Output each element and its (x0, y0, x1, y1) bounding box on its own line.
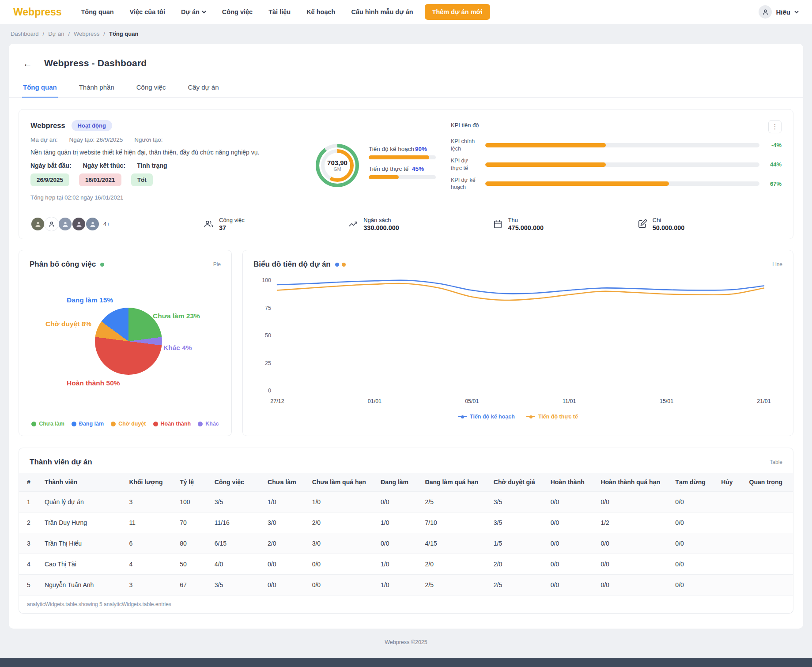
table-header-cell: Tạm dừng (671, 473, 717, 492)
pie-label-hoan-thanh: Hoàn thành 50% (67, 379, 120, 387)
table-header-cell: # (19, 473, 40, 492)
kpi-label-1: KPI chính lệch (451, 138, 480, 153)
progress-plan-value: 90% (415, 146, 427, 152)
table-footer-note: analyticWidgets.table.showing 5 analytic… (19, 595, 793, 613)
end-date-pill: 16/01/2021 (79, 173, 121, 186)
green-dot-icon (100, 263, 104, 267)
stat-thu: Thu475.000.000 (493, 217, 637, 231)
line-series (277, 280, 764, 294)
project-name: Webpress (30, 121, 65, 130)
y-axis-tick: 50 (265, 332, 271, 339)
gauge-unit: GM (334, 166, 341, 172)
project-stats-row: 4+ Công việc37 Ngân sách330.000.000 Thu4… (19, 209, 793, 239)
project-code-label: Mã dự án: (30, 136, 58, 143)
y-axis-tick: 75 (265, 305, 271, 311)
table-row[interactable]: 4Cao Thị Tài4504/00/00/01/02/02/00/00/00… (19, 554, 793, 575)
x-axis-tick: 11/01 (563, 398, 576, 404)
users-icon (204, 219, 214, 229)
member-avatar[interactable] (30, 217, 45, 231)
pie-chart-card: Phân bố công việc Pie Chưa làm 23% Khác … (19, 250, 232, 436)
y-axis-tick: 25 (265, 360, 271, 366)
table-row[interactable]: 5Nguyễn Tuấn Anh3673/50/00/01/02/52/50/0… (19, 575, 793, 595)
y-axis-tick: 100 (262, 277, 271, 283)
pie-legend-item: Chờ duyệt (111, 421, 146, 427)
table-header-cell: Quan trọng (745, 473, 793, 492)
nav-ke-hoach[interactable]: Kế hoạch (306, 8, 335, 15)
breadcrumb-webpress[interactable]: Webpress (74, 30, 99, 37)
legend-dot-icon (31, 422, 36, 426)
members-table-card: Thành viên dự án Table #Thành viênKhối l… (19, 448, 793, 614)
progress-actual-value: 45% (412, 166, 424, 172)
kpi-value-3: 67% (765, 181, 782, 187)
pie-tag: Pie (213, 261, 221, 268)
end-date-label: Ngày kết thúc: (83, 162, 125, 169)
nav-tai-lieu[interactable]: Tài liệu (268, 8, 291, 15)
pie-label-dang-lam: Đang làm 15% (67, 296, 113, 304)
nav-cong-viec[interactable]: Công việc (222, 8, 253, 15)
legend-dot-icon (153, 422, 158, 426)
progress-actual-label: Tiến độ thực tế (369, 166, 408, 172)
tab-cong-viec[interactable]: Công việc (136, 78, 167, 97)
table-row[interactable]: 2Trần Duy Hưng117011/163/02/01/07/103/50… (19, 512, 793, 533)
start-date-label: Ngày bắt đầu: (30, 162, 72, 169)
condition-label: Tình trạng (137, 162, 167, 169)
table-header-cell: Công việc (210, 473, 263, 492)
nav-tong-quan[interactable]: Tổng quan (81, 8, 114, 15)
table-header-cell: Thành viên (40, 473, 125, 492)
status-badge: Hoạt động (72, 120, 112, 131)
x-axis-tick: 21/01 (757, 398, 770, 404)
page-footer: Webpress ©2025 (0, 629, 812, 654)
add-project-button[interactable]: Thêm dự án mới (425, 4, 490, 20)
orange-dot-icon (342, 263, 346, 267)
project-description: Nền tảng quản trị website thiết kế hiện … (30, 149, 304, 156)
breadcrumb-dashboard[interactable]: Dashboard (11, 30, 39, 37)
back-arrow-icon[interactable]: ← (23, 59, 32, 68)
tab-bar: Tổng quan Thành phần Công việc Cây dự án (9, 78, 803, 98)
x-axis-tick: 15/01 (660, 398, 673, 404)
line-legend-item[interactable]: Tiến độ thực tế (526, 414, 578, 420)
stat-cong-viec: Công việc37 (204, 217, 348, 231)
project-creator-label: Người tạo: (134, 136, 162, 143)
nav-cau-hinh-mau-du-an[interactable]: Cấu hình mẫu dự án (351, 8, 413, 15)
nav-viec-cua-toi[interactable]: Việc của tôi (130, 8, 165, 15)
tab-cay-du-an[interactable]: Cây dự án (187, 78, 219, 97)
member-avatar[interactable] (85, 217, 100, 231)
table-header-cell: Đang làm (376, 473, 421, 492)
tab-thanh-phan[interactable]: Thành phần (78, 78, 115, 97)
table-row[interactable]: 3Trần Thị Hiếu6806/152/03/00/04/151/50/0… (19, 533, 793, 554)
main-nav: Tổng quan Việc của tôi Dự án Công việc T… (81, 8, 413, 15)
pie-chart-title: Phân bố công việc (30, 260, 104, 269)
progress-donut-chart: 703,90 GM (316, 144, 359, 187)
member-avatar[interactable] (58, 217, 72, 231)
bottom-bar (0, 658, 812, 667)
app-logo[interactable]: Webpress (13, 6, 62, 18)
kpi-label-2: KPI dự thực tế (451, 157, 480, 172)
nav-du-an[interactable]: Dự án (181, 8, 206, 15)
pie-label-khac: Khác 4% (163, 344, 192, 352)
pie-legend: Chưa làmĐang làmChờ duyệtHoàn thànhKhác (19, 421, 231, 436)
pie-label-cho-duyet: Chờ duyệt 8% (45, 320, 91, 328)
table-row[interactable]: 1Quản lý dự án31003/51/01/00/02/53/50/00… (19, 492, 793, 512)
breadcrumb-du-an[interactable]: Dự án (48, 30, 64, 37)
kpi-title: KPI tiến độ (451, 122, 479, 128)
stat-ngan-sach: Ngân sách330.000.000 (348, 217, 492, 231)
kebab-menu-icon[interactable]: ⋮ (768, 120, 782, 133)
user-menu[interactable]: Hiếu (759, 5, 799, 19)
main-panel: ← Webpress - Dashboard Tổng quan Thành p… (9, 44, 803, 629)
line-series (277, 283, 764, 300)
line-chart-card: Biểu đồ tiến độ dự án Line 100755025027/… (242, 250, 793, 436)
legend-line-marker-icon (526, 416, 535, 417)
table-header-cell: Chờ duyệt giá (489, 473, 546, 492)
user-name: Hiếu (776, 8, 790, 16)
stat-chi: Chi50.000.000 (637, 217, 782, 231)
member-avatar[interactable] (72, 217, 86, 231)
pie-legend-item: Hoàn thành (153, 421, 191, 427)
legend-dot-icon (72, 422, 76, 426)
line-legend-item[interactable]: Tiến độ kế hoạch (458, 414, 515, 420)
members-more-count[interactable]: 4+ (103, 221, 110, 227)
pie-legend-item: Đang làm (72, 421, 104, 427)
summary-note: Tổng hợp tại 02:02 ngày 16/01/2021 (30, 194, 304, 201)
member-avatar[interactable] (44, 217, 59, 231)
tab-tong-quan[interactable]: Tổng quan (22, 78, 58, 98)
member-avatars: 4+ (30, 217, 204, 231)
